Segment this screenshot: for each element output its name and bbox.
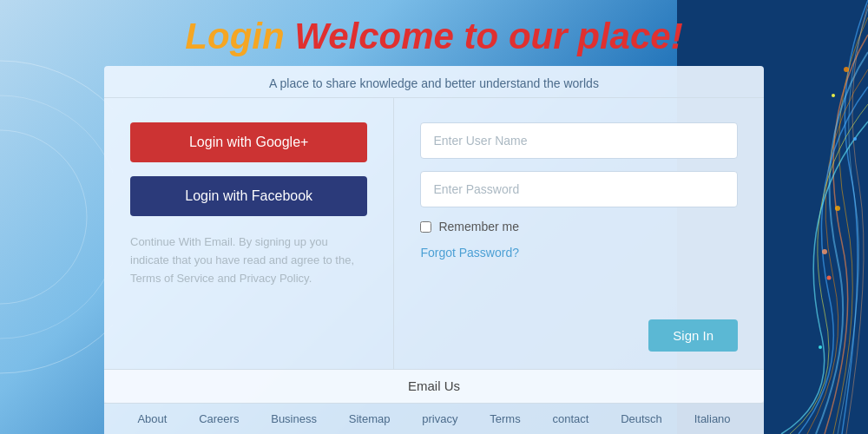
signin-row: Sign In: [420, 312, 738, 352]
header: Login Welcome to our place!: [0, 0, 868, 66]
remember-label: Remember me: [438, 220, 519, 233]
forgot-password-link[interactable]: Forgot Password?: [420, 246, 738, 260]
nav-terms[interactable]: Terms: [490, 412, 520, 425]
nav-careers[interactable]: Careers: [199, 412, 239, 425]
bottom-nav: About Careers Business Sitemap privacy T…: [104, 403, 764, 434]
nav-italiano[interactable]: Italiano: [694, 412, 731, 425]
right-panel: Remember me Forgot Password? Sign In: [394, 98, 764, 369]
login-google-button[interactable]: Login with Google+: [130, 122, 367, 162]
login-title: Login: [185, 16, 284, 56]
email-us-label: Email Us: [408, 378, 460, 393]
nav-sitemap[interactable]: Sitemap: [349, 412, 391, 425]
login-card: A place to share knowledge and better un…: [104, 66, 764, 403]
terms-text: Continue With Email. By signing up you i…: [130, 233, 367, 287]
nav-contact[interactable]: contact: [552, 412, 589, 425]
nav-business[interactable]: Business: [271, 412, 317, 425]
username-input[interactable]: [420, 122, 738, 159]
welcome-title: Welcome to our place!: [294, 16, 682, 56]
signin-button[interactable]: Sign In: [648, 319, 738, 352]
card-footer: Email Us: [104, 369, 764, 403]
remember-checkbox[interactable]: [420, 221, 431, 233]
password-input[interactable]: [420, 171, 738, 207]
nav-deutsch[interactable]: Deutsch: [621, 412, 662, 425]
remember-row: Remember me: [420, 220, 738, 233]
left-panel: Login with Google+ Login with Facebook C…: [104, 98, 394, 369]
nav-about[interactable]: About: [137, 412, 167, 425]
card-body: Login with Google+ Login with Facebook C…: [104, 98, 764, 369]
nav-privacy[interactable]: privacy: [422, 412, 457, 425]
card-subtitle: A place to share knowledge and better un…: [104, 66, 764, 98]
login-facebook-button[interactable]: Login with Facebook: [130, 176, 367, 216]
